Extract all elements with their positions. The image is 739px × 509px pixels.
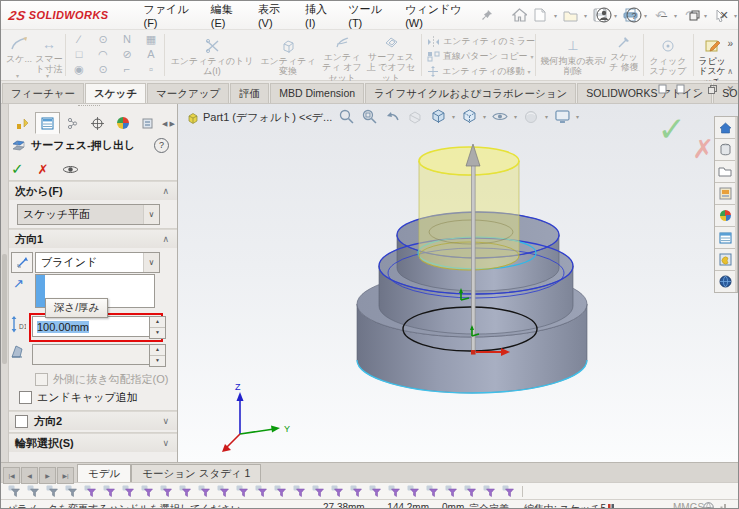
filter-invert-icon[interactable] bbox=[64, 485, 77, 498]
trim-entities-button[interactable]: エンティティのトリム(I) bbox=[169, 37, 255, 77]
status-globe-icon[interactable] bbox=[703, 502, 714, 509]
filter-faces-icon[interactable] bbox=[121, 485, 134, 498]
doc-icon-2[interactable] bbox=[676, 84, 685, 94]
contours-section-header[interactable]: 輪郭選択(S)∨ bbox=[9, 433, 177, 452]
filter-coordinate-systems-icon[interactable] bbox=[273, 485, 286, 498]
quick-snaps-button[interactable]: クィックスナップ bbox=[645, 37, 691, 77]
tab-property-manager[interactable] bbox=[35, 112, 60, 134]
account-icon[interactable] bbox=[596, 7, 612, 23]
tab-markup[interactable]: マークアップ bbox=[147, 83, 229, 103]
stepped-cylinder-model[interactable] bbox=[357, 144, 587, 393]
menu-tools[interactable]: ツール(T) bbox=[341, 0, 398, 32]
help-icon[interactable]: ? bbox=[626, 7, 642, 23]
pm-preview-eye-icon[interactable] bbox=[62, 164, 79, 175]
tab-evaluate[interactable]: 評価 bbox=[230, 83, 269, 103]
rapid-sketch-button[interactable]: ラピッドスケッチ bbox=[695, 37, 729, 87]
tag-icon[interactable] bbox=[607, 503, 615, 509]
close-icon[interactable]: ✕ bbox=[716, 7, 732, 23]
from-condition-select[interactable]: スケッチ平面∨ bbox=[17, 204, 160, 225]
filter-connection-points-icon[interactable] bbox=[463, 485, 476, 498]
menu-view[interactable]: 表示(V) bbox=[251, 0, 298, 32]
ellipse-icon[interactable]: ⊘ bbox=[115, 48, 139, 61]
tab-dimxpert-manager[interactable] bbox=[85, 112, 110, 134]
filter-weld-symbols-icon[interactable] bbox=[387, 485, 400, 498]
filter-points-icon[interactable] bbox=[216, 485, 229, 498]
filter-vertices-icon[interactable] bbox=[83, 485, 96, 498]
graphics-viewport[interactable]: Part1 (デフォルト) <<デ... ▾ ▾ ▾ ▾ ▾ ✓ ✗ bbox=[178, 104, 738, 462]
filter-selected-icon[interactable] bbox=[501, 485, 514, 498]
new-file-icon[interactable] bbox=[532, 7, 549, 24]
filter-toggle-icon[interactable] bbox=[7, 485, 20, 498]
filter-origins-icon[interactable] bbox=[292, 485, 305, 498]
arc-icon[interactable]: ◠ bbox=[91, 48, 115, 61]
move-entities-button[interactable]: エンティティの移動 ▾ bbox=[427, 65, 531, 78]
appearances-scenes-icon[interactable] bbox=[715, 205, 735, 227]
3d-model-canvas[interactable]: Z Y bbox=[178, 104, 738, 462]
panel-resize-handle[interactable] bbox=[78, 105, 100, 109]
direction2-checkbox[interactable] bbox=[15, 415, 28, 428]
direction2-section-header[interactable]: 方向2∨ bbox=[9, 411, 177, 430]
taskpane-home-icon[interactable] bbox=[715, 117, 735, 139]
tab-nav-buttons[interactable]: |◀◀ ▶▶| bbox=[3, 467, 75, 482]
units-label[interactable]: MMGS bbox=[673, 502, 704, 509]
open-file-icon[interactable] bbox=[562, 7, 579, 24]
panel-scrollbar[interactable] bbox=[1, 104, 9, 462]
reverse-direction-button[interactable] bbox=[11, 252, 33, 273]
home-icon[interactable] bbox=[511, 7, 528, 24]
sketch-repair-button[interactable]: スケッチ 修復 bbox=[607, 33, 641, 73]
line-icon[interactable]: ∕ bbox=[67, 33, 91, 46]
filter-notes-icon[interactable] bbox=[349, 485, 362, 498]
end-condition-select[interactable]: ブラインド∨ bbox=[35, 252, 160, 273]
sketch-button[interactable]: スケ... bbox=[5, 35, 33, 64]
tab-feature-manager[interactable] bbox=[10, 112, 35, 134]
tab-sketch[interactable]: スケッチ bbox=[85, 83, 146, 103]
pm-cancel-icon[interactable]: ✗ bbox=[38, 162, 49, 177]
menu-edit[interactable]: 編集(E) bbox=[204, 0, 251, 32]
filter-blocks-icon[interactable] bbox=[406, 485, 419, 498]
doc-icon[interactable] bbox=[658, 84, 667, 94]
doc-restore-icon[interactable] bbox=[708, 85, 717, 94]
point-icon[interactable]: ⊙ bbox=[91, 63, 115, 76]
spline-icon[interactable]: N bbox=[115, 33, 139, 46]
filter-hatch-icon[interactable] bbox=[425, 485, 438, 498]
filter-dimensions-icon[interactable] bbox=[311, 485, 324, 498]
menu-window[interactable]: ウィンドウ(W) bbox=[398, 0, 479, 32]
file-explorer-icon[interactable] bbox=[715, 161, 735, 183]
pm-ok-icon[interactable]: ✓ bbox=[11, 160, 24, 178]
offset-on-surface-button[interactable]: サーフェス上 でオフセット bbox=[365, 33, 417, 83]
filter-edges-icon[interactable] bbox=[102, 485, 115, 498]
convert-entities-button[interactable]: エンティティ変換 bbox=[257, 37, 319, 77]
mirror-entities-button[interactable]: エンティティのミラー bbox=[427, 35, 535, 48]
filter-planes-icon[interactable] bbox=[197, 485, 210, 498]
draft-spinner[interactable]: ▲▼ bbox=[149, 344, 166, 367]
cap-end-checkbox[interactable]: エンドキャップ追加 bbox=[19, 390, 138, 405]
tab-lifecycle[interactable]: ライフサイクルおよびコラボレーション bbox=[365, 83, 576, 103]
tab-display-manager[interactable] bbox=[110, 112, 135, 134]
filter-datums-icon[interactable] bbox=[368, 485, 381, 498]
confirm-cancel-icon[interactable]: ✗ bbox=[692, 136, 714, 162]
direction1-section-header[interactable]: 方向1∧ bbox=[9, 229, 177, 248]
filter-clear-all-icon[interactable] bbox=[45, 485, 58, 498]
ribbon-overflow-icon[interactable]: » bbox=[727, 38, 733, 49]
circle-icon[interactable]: ⊙ bbox=[91, 33, 115, 46]
filter-dowel-pins-icon[interactable] bbox=[482, 485, 495, 498]
cam-technology-database-icon[interactable] bbox=[715, 249, 735, 271]
solidworks-forum-icon[interactable] bbox=[715, 271, 735, 292]
filter-surface-bodies-icon[interactable] bbox=[140, 485, 153, 498]
offset-entities-button[interactable]: エンティティ オフセット bbox=[319, 33, 365, 83]
pin-menu-icon[interactable] bbox=[481, 9, 493, 21]
pm-help-icon[interactable]: ? bbox=[154, 138, 169, 153]
menu-insert[interactable]: 挿入(I) bbox=[298, 0, 341, 32]
filter-corners-icon[interactable] bbox=[235, 485, 248, 498]
depth-input[interactable]: 100.00mm bbox=[32, 316, 149, 337]
tab-cam-tree[interactable] bbox=[135, 112, 160, 134]
mirror-small-icon[interactable]: ▫ bbox=[139, 63, 163, 76]
doc-minimize-icon[interactable]: – bbox=[694, 84, 699, 94]
from-section-header[interactable]: 次から(F)∧ bbox=[9, 181, 177, 200]
motion-study-tab[interactable]: モーション スタディ 1 bbox=[131, 464, 261, 482]
ribbon-collapse-icon[interactable]: ∧ bbox=[727, 67, 733, 76]
draft-input[interactable] bbox=[32, 344, 149, 365]
restore-icon[interactable] bbox=[686, 7, 702, 23]
view-palette-icon[interactable] bbox=[715, 183, 735, 205]
rectangle-icon[interactable]: □ bbox=[67, 48, 91, 61]
